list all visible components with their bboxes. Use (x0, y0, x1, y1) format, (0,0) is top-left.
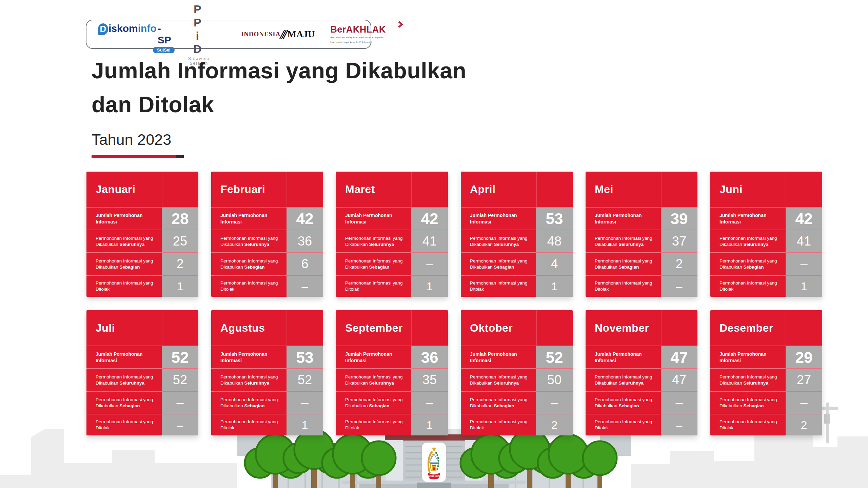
month-card-header: Oktober (461, 310, 573, 346)
row-rejected-label-text: Permohonan Informasi yang Ditolak (595, 280, 658, 292)
row-granted-full-label: Permohonan Informasi yang Dikabulkan Sel… (461, 230, 536, 252)
month-card-header: September (336, 310, 448, 346)
granted-full-bold: Seluruhnya (369, 242, 394, 247)
row-rejected: Permohonan Informasi yang Ditolak 2 (710, 414, 822, 435)
month-name: Januari (86, 183, 135, 196)
cards-row-1: Januari Jumlah Permohonan Informasi 28 P… (86, 172, 822, 297)
row-granted-partial: Permohonan Informasi yang Dikabulkan Seb… (336, 391, 448, 414)
row-granted-full: Permohonan Informasi yang Dikabulkan Sel… (710, 230, 822, 252)
month-card-header: Januari (86, 172, 198, 207)
row-granted-partial-value: 2 (661, 253, 697, 275)
row-rejected: Permohonan Informasi yang Ditolak – (586, 414, 697, 435)
row-rejected-value: 1 (411, 276, 448, 297)
month-card-header-column (162, 310, 198, 346)
row-total-value: 36 (411, 346, 448, 368)
month-name: Juni (710, 183, 743, 196)
row-granted-partial-label: Permohonan Informasi yang Dikabulkan Seb… (336, 392, 411, 414)
month-card-header-column (411, 310, 448, 346)
indonesia-maju-word2: MAJU (287, 29, 315, 40)
berakhlak-tagline-1: Berorientasi Pelayanan Akuntabel Kompete… (330, 36, 397, 39)
cards-row-2: Juli Jumlah Permohonan Informasi 52 Perm… (86, 310, 822, 435)
row-granted-partial-label: Permohonan Informasi yang Dikabulkan Seb… (710, 253, 786, 275)
month-card: Desember Jumlah Permohonan Informasi 29 … (710, 310, 822, 435)
berakhlak-logo: BerAKHLAK Berorientasi Pelayanan Akuntab… (330, 24, 402, 44)
row-total-label: Jumlah Permohonan Informasi (211, 208, 287, 230)
granted-full-bold: Seluruhnya (244, 380, 270, 386)
granted-full-bold: Seluruhnya (120, 380, 145, 386)
infographic-page: Diskominfo-SP SulSel P P i D Sulawesi Se… (0, 0, 868, 488)
diskominfo-text-info: info (138, 23, 157, 34)
row-rejected-label: Permohonan Informasi yang Ditolak (710, 414, 786, 435)
granted-partial-bold: Sebagian (120, 265, 140, 270)
row-total-value: 42 (287, 208, 323, 230)
row-total-value: 29 (786, 346, 822, 368)
row-granted-full-label: Permohonan Informasi yang Dikabulkan Sel… (211, 230, 287, 252)
sulsel-badge: SulSel (153, 47, 175, 53)
row-rejected-label: Permohonan Informasi yang Ditolak (586, 276, 661, 297)
row-rejected: Permohonan Informasi yang Ditolak – (211, 275, 323, 297)
row-granted-partial-label-text: Permohonan Informasi yang Dikabulkan Seb… (96, 258, 159, 270)
diskominfo-text-sp: -SP (158, 23, 173, 46)
month-card-header-column (786, 172, 822, 207)
row-granted-full-label: Permohonan Informasi yang Dikabulkan Sel… (336, 369, 411, 391)
row-rejected: Permohonan Informasi yang Ditolak – (586, 275, 697, 297)
month-card-header: Juli (86, 310, 198, 346)
granted-partial-bold: Sebagian (494, 403, 514, 408)
month-card: Februari Jumlah Permohonan Informasi 42 … (211, 172, 323, 297)
page-subtitle: Tahun 2023 (92, 131, 171, 149)
row-granted-full: Permohonan Informasi yang Dikabulkan Sel… (461, 230, 573, 252)
row-total-label: Jumlah Permohonan Informasi (86, 208, 162, 230)
row-rejected-value: 1 (162, 276, 198, 297)
indonesia-maju-word1: INDONESIA (241, 31, 281, 38)
diskominfo-text: iskom (108, 23, 138, 34)
row-granted-partial-label-text: Permohonan Informasi yang Dikabulkan Seb… (96, 397, 159, 409)
month-card: Oktober Jumlah Permohonan Informasi 52 P… (461, 310, 573, 435)
row-total-label: Jumlah Permohonan Informasi (586, 346, 661, 368)
row-granted-partial-label: Permohonan Informasi yang Dikabulkan Seb… (86, 253, 162, 275)
row-rejected: Permohonan Informasi yang Ditolak 1 (461, 275, 573, 297)
row-total-label-text: Jumlah Permohonan Informasi (345, 351, 409, 364)
row-rejected: Permohonan Informasi yang Ditolak 1 (211, 414, 323, 435)
row-granted-partial: Permohonan Informasi yang Dikabulkan Seb… (86, 252, 198, 275)
row-rejected-label: Permohonan Informasi yang Ditolak (461, 414, 536, 435)
month-card-header-column (411, 172, 448, 207)
row-granted-partial-label-text: Permohonan Informasi yang Dikabulkan Seb… (595, 397, 658, 409)
month-name: September (336, 322, 403, 334)
indonesia-maju-logo: INDONESIA MAJU (241, 29, 315, 40)
row-total-label: Jumlah Permohonan Informasi (336, 346, 411, 368)
row-granted-partial: Permohonan Informasi yang Dikabulkan Seb… (211, 391, 323, 414)
granted-partial-bold: Sebagian (244, 403, 265, 408)
row-rejected-value: 1 (411, 414, 448, 435)
row-granted-full-value: 52 (287, 369, 323, 391)
month-card-header: Agustus (211, 310, 323, 346)
row-rejected: Permohonan Informasi yang Ditolak – (86, 414, 198, 435)
logo-bar: Diskominfo-SP SulSel P P i D Sulawesi Se… (86, 20, 371, 49)
row-rejected-label-text: Permohonan Informasi yang Ditolak (470, 419, 533, 431)
row-total-label: Jumlah Permohonan Informasi (710, 346, 786, 368)
row-rejected-value: – (162, 414, 198, 435)
month-card-header-column (287, 172, 323, 207)
row-granted-partial-value: – (411, 392, 448, 414)
row-rejected: Permohonan Informasi yang Ditolak 1 (336, 414, 448, 435)
row-total-label-text: Jumlah Permohonan Informasi (719, 351, 783, 364)
month-card-header-column (536, 310, 573, 346)
row-granted-full-value: 41 (786, 230, 822, 252)
row-granted-full-value: 41 (411, 230, 448, 252)
row-granted-partial-value: – (162, 392, 198, 414)
row-rejected-label: Permohonan Informasi yang Ditolak (211, 276, 287, 297)
row-rejected-label-text: Permohonan Informasi yang Ditolak (96, 280, 159, 292)
row-total: Jumlah Permohonan Informasi 52 (461, 346, 573, 368)
row-granted-full-label-text: Permohonan Informasi yang Dikabulkan Sel… (719, 374, 783, 386)
row-granted-partial-label: Permohonan Informasi yang Dikabulkan Seb… (461, 392, 536, 414)
month-name: Juli (86, 322, 115, 334)
row-granted-full: Permohonan Informasi yang Dikabulkan Sel… (86, 230, 198, 252)
row-rejected-label: Permohonan Informasi yang Ditolak (461, 276, 536, 297)
row-rejected-label-text: Permohonan Informasi yang Ditolak (220, 419, 284, 431)
row-granted-full-value: 25 (162, 230, 198, 252)
row-total-value: 53 (536, 208, 573, 230)
row-total-label-text: Jumlah Permohonan Informasi (595, 212, 658, 225)
row-rejected-label: Permohonan Informasi yang Ditolak (710, 276, 786, 297)
month-card-header-column (162, 172, 198, 207)
row-granted-full-label: Permohonan Informasi yang Dikabulkan Sel… (86, 369, 162, 391)
row-granted-partial-label: Permohonan Informasi yang Dikabulkan Seb… (336, 253, 411, 275)
